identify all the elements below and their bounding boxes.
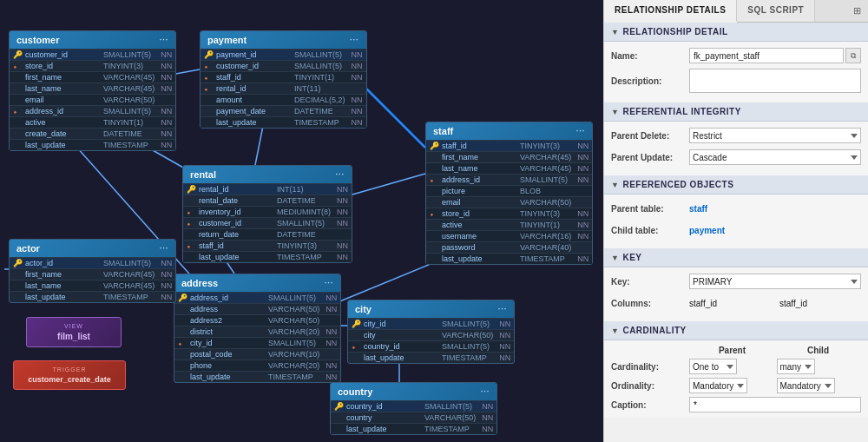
col-type-customer-7: DATETIME bbox=[103, 129, 155, 138]
panel-toggle-icon[interactable]: ⊞ bbox=[846, 0, 868, 22]
chevron-icon-3: ▼ bbox=[611, 181, 619, 189]
cardinality-parent-header: Parent bbox=[689, 346, 775, 355]
row-icon-country-0: 🔑 bbox=[334, 402, 346, 411]
view-film_list[interactable]: VIEW film_list bbox=[26, 317, 122, 347]
table-row: active TINYINT(1) NN bbox=[426, 219, 592, 230]
ordinality-child-select[interactable]: Mandatory Optional bbox=[777, 378, 835, 393]
col-nn-payment-2: NN bbox=[345, 73, 363, 82]
table-row: 🔑 city_id SMALLINT(5) NN bbox=[348, 318, 514, 329]
chevron-icon-2: ▼ bbox=[611, 108, 619, 116]
col-name-actor-0: actor_id bbox=[25, 259, 103, 267]
cardinality-child-select[interactable]: many one bbox=[777, 359, 815, 374]
ordinality-parent-select[interactable]: Mandatory Optional bbox=[689, 378, 747, 393]
table-menu-rental[interactable]: ··· bbox=[335, 170, 345, 179]
col-nn-city-0: NN bbox=[493, 320, 510, 328]
col-name-rental-3: customer_id bbox=[199, 219, 277, 228]
caption-input[interactable] bbox=[689, 397, 861, 412]
view-name-film_list: film_list bbox=[34, 332, 114, 341]
row-icon-customer-0: 🔑 bbox=[13, 50, 25, 59]
parent-delete-select[interactable]: Restrict Cascade Set Null No Action bbox=[689, 128, 861, 143]
parent-update-select[interactable]: Restrict Cascade Set Null No Action bbox=[689, 149, 861, 165]
parent-delete-row: Parent Delete: Restrict Cascade Set Null… bbox=[611, 127, 861, 144]
description-input[interactable] bbox=[689, 69, 861, 93]
cardinality-child-cell: many one bbox=[777, 359, 862, 374]
row-icon-payment-1: ⬥ bbox=[204, 62, 216, 70]
section-referential-integrity[interactable]: ▼ REFERENTIAL INTEGRITY bbox=[604, 102, 868, 122]
col-nn-staff-3: NN bbox=[571, 175, 589, 184]
section-cardinality-body: Parent Child Cardinality: One to Many to… bbox=[604, 340, 868, 418]
col-type-customer-5: SMALLINT(5) bbox=[103, 107, 155, 115]
name-input[interactable] bbox=[689, 48, 844, 63]
col-name-staff-9: password bbox=[442, 243, 520, 252]
col-type-country-0: SMALLINT(5) bbox=[424, 402, 476, 411]
parent-table-link[interactable]: staff bbox=[689, 204, 707, 214]
table-staff[interactable]: staff ··· 🔑 staff_id TINYINT(3) NN first… bbox=[425, 122, 593, 265]
trigger-customer_create_date[interactable]: TRIGGER customer_create_date bbox=[13, 360, 126, 390]
col-type-actor-1: VARCHAR(45) bbox=[103, 270, 155, 279]
col-name-city-0: city_id bbox=[364, 320, 442, 328]
table-menu-staff[interactable]: ··· bbox=[576, 127, 586, 135]
table-country[interactable]: country ··· 🔑 country_id SMALLINT(5) NN … bbox=[330, 382, 497, 435]
table-header-city: city ··· bbox=[348, 300, 514, 318]
section-referenced-objects[interactable]: ▼ REFERENCED OBJECTS bbox=[604, 175, 868, 195]
section-relationship-detail[interactable]: ▼ RELATIONSHIP DETAIL bbox=[604, 23, 868, 42]
col-type-city-0: SMALLINT(5) bbox=[442, 320, 493, 328]
col-nn-staff-8: NN bbox=[571, 232, 589, 241]
table-row: 🔑 customer_id SMALLINT(5) NN bbox=[10, 49, 175, 60]
table-row: first_name VARCHAR(45) NN bbox=[426, 151, 592, 162]
table-row: district VARCHAR(20) NN bbox=[174, 326, 340, 337]
col-nn-rental-2: NN bbox=[331, 208, 348, 216]
col-nn-staff-6: NN bbox=[571, 209, 589, 218]
tab-relationship-details[interactable]: RELATIONSHIP DETAILS bbox=[604, 0, 737, 23]
col-type-customer-3: VARCHAR(45) bbox=[103, 84, 155, 93]
child-table-link[interactable]: payment bbox=[689, 226, 725, 235]
table-menu-actor[interactable]: ··· bbox=[160, 244, 169, 253]
table-row: postal_code VARCHAR(10) bbox=[174, 348, 340, 360]
table-actor[interactable]: actor ··· 🔑 actor_id SMALLINT(5) NN firs… bbox=[9, 239, 176, 303]
cardinality-parent-select[interactable]: One to Many to bbox=[689, 359, 737, 374]
col-name-city-1: city bbox=[364, 331, 442, 340]
ordinality-row-label: Ordinality: bbox=[611, 381, 689, 391]
col-type-country-2: TIMESTAMP bbox=[424, 425, 476, 433]
table-row: ⬥ address_id SMALLINT(5) NN bbox=[10, 105, 175, 116]
table-rental[interactable]: rental ··· 🔑 rental_id INT(11) NN rental… bbox=[182, 165, 352, 263]
section-key[interactable]: ▼ KEY bbox=[604, 248, 868, 267]
table-address[interactable]: address ··· 🔑 address_id SMALLINT(5) NN … bbox=[174, 274, 341, 383]
row-icon-city-0: 🔑 bbox=[352, 320, 364, 328]
col-name-actor-2: last_name bbox=[25, 281, 103, 290]
table-row: ⬥ country_id SMALLINT(5) NN bbox=[348, 340, 514, 352]
table-row: last_update TIMESTAMP NN bbox=[10, 139, 175, 150]
col-type-customer-8: TIMESTAMP bbox=[103, 141, 155, 149]
copy-button[interactable]: ⧉ bbox=[845, 48, 861, 63]
col-nn-actor-3: NN bbox=[155, 293, 172, 301]
col-name-payment-4: amount bbox=[216, 96, 294, 104]
col-name-staff-7: active bbox=[442, 221, 520, 229]
table-menu-city[interactable]: ··· bbox=[498, 305, 508, 313]
tab-sql-script[interactable]: SQL SCRIPT bbox=[737, 0, 815, 22]
col-type-address-2: VARCHAR(50) bbox=[268, 316, 319, 325]
table-payment[interactable]: payment ··· 🔑 payment_id SMALLINT(5) NN … bbox=[200, 30, 367, 129]
columns-child-value: staff_id bbox=[779, 299, 861, 308]
key-select[interactable]: PRIMARY bbox=[689, 274, 861, 289]
table-menu-address[interactable]: ··· bbox=[325, 279, 334, 287]
ordinality-child-cell: Mandatory Optional bbox=[777, 378, 862, 393]
table-menu-country[interactable]: ··· bbox=[481, 387, 490, 396]
col-name-customer-4: email bbox=[25, 96, 103, 104]
table-menu-payment[interactable]: ··· bbox=[350, 36, 359, 44]
col-name-staff-5: email bbox=[442, 198, 520, 207]
chevron-icon-5: ▼ bbox=[611, 327, 619, 335]
table-header-country: country ··· bbox=[331, 383, 496, 400]
col-name-staff-10: last_update bbox=[442, 254, 520, 263]
row-icon-rental-5: ⬥ bbox=[187, 241, 199, 250]
section-relationship-detail-title: RELATIONSHIP DETAIL bbox=[622, 27, 727, 36]
caption-label: Caption: bbox=[611, 400, 689, 410]
table-customer[interactable]: customer ··· 🔑 customer_id SMALLINT(5) N… bbox=[9, 30, 176, 151]
table-city[interactable]: city ··· 🔑 city_id SMALLINT(5) NN city V… bbox=[347, 300, 515, 364]
row-icon-customer-5: ⬥ bbox=[13, 107, 25, 115]
col-nn-address-4: NN bbox=[319, 339, 337, 347]
table-menu-customer[interactable]: ··· bbox=[160, 36, 169, 44]
section-referential-integrity-title: REFERENTIAL INTEGRITY bbox=[622, 107, 740, 116]
section-cardinality[interactable]: ▼ CARDINALITY bbox=[604, 321, 868, 340]
col-type-city-2: SMALLINT(5) bbox=[442, 342, 493, 351]
table-row: 🔑 actor_id SMALLINT(5) NN bbox=[10, 257, 175, 268]
